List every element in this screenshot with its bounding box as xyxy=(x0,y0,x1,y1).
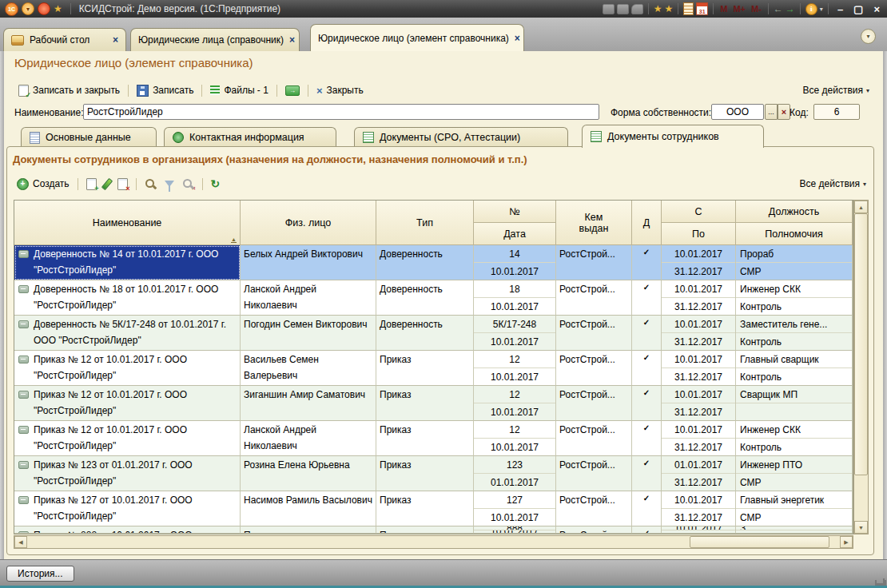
cell-type[interactable]: Приказ xyxy=(376,351,474,386)
cell-person[interactable]: Погодин Семен Викторович xyxy=(241,316,376,351)
table-row[interactable]: Приказ № 888 от 10.01.2017 г. ООО Попов.… xyxy=(14,526,853,534)
cell-position-authority[interactable]: Инженер ПТО СМР xyxy=(736,456,853,491)
save-button[interactable]: Записать xyxy=(133,84,197,97)
cell-name[interactable]: Доверенность № 14 от 10.01.2017 г. ООО "… xyxy=(14,245,241,280)
cell-type[interactable]: Доверенность xyxy=(376,245,474,280)
cell-number-date[interactable]: 12 10.01.2017 xyxy=(474,351,556,386)
cell-active-check[interactable]: ✓ xyxy=(632,351,662,386)
cell-active-check[interactable]: ✓ xyxy=(632,280,662,316)
delete-item-button[interactable]: × xyxy=(113,177,132,191)
name-input[interactable] xyxy=(83,104,599,120)
ownership-clear-button[interactable]: × xyxy=(778,104,790,120)
scroll-up-icon[interactable]: ▲ xyxy=(854,201,868,213)
cell-number-date[interactable]: 12 10.01.2017 xyxy=(474,421,556,456)
cell-active-check[interactable]: ✓ xyxy=(632,421,662,456)
cell-valid-period[interactable]: 10.01.2017 31.12.2017 xyxy=(662,351,736,386)
cell-number-date[interactable]: 888 10.01.2017 xyxy=(474,526,556,534)
memory-recall-button[interactable]: M xyxy=(718,4,729,14)
tab-overflow-button[interactable]: ▾ xyxy=(861,29,876,44)
cell-active-check[interactable]: ✓ xyxy=(632,316,662,351)
cell-valid-period[interactable]: 01.01.2017 31.12.2017 xyxy=(662,456,736,491)
edit-item-button[interactable] xyxy=(101,177,113,191)
cell-number-date[interactable]: 18 10.01.2017 xyxy=(474,280,556,316)
cell-position-authority[interactable]: Заместитель гене... Контроль xyxy=(736,316,853,351)
cell-issued-by[interactable]: РостСтрой... xyxy=(556,351,632,386)
scroll-right-icon[interactable]: ▶ xyxy=(840,536,853,548)
cell-person[interactable]: Насимов Рамиль Васылович xyxy=(241,491,376,526)
column-header-name[interactable]: Наименование ▲ xyxy=(14,201,241,245)
1c-logo-icon[interactable]: 1С xyxy=(5,2,18,16)
files-button[interactable]: Файлы - 1 xyxy=(206,84,272,97)
table-row[interactable]: Приказ № 123 от 01.01.2017 г. ООО "РостС… xyxy=(14,456,853,491)
column-header-number[interactable]: № xyxy=(474,201,556,223)
cell-valid-period[interactable]: 10.01.2017 31.12.2017 xyxy=(662,245,736,280)
close-tab-icon[interactable]: × xyxy=(113,34,118,46)
column-header-person[interactable]: Физ. лицо xyxy=(241,201,376,245)
inner-tab-main-data[interactable]: Основные данные xyxy=(21,127,157,147)
cell-valid-period[interactable]: 10.01.2017 31.12.2017 xyxy=(662,316,736,351)
cell-issued-by[interactable]: РостСтрой... xyxy=(556,316,632,351)
column-header-to[interactable]: По xyxy=(662,223,736,245)
cell-number-date[interactable]: 5К/17-248 10.01.2017 xyxy=(474,316,556,351)
horizontal-scrollbar[interactable]: ◀ ▶ xyxy=(14,535,853,549)
column-header-type[interactable]: Тип xyxy=(376,201,474,245)
cell-name[interactable]: Приказ № 12 от 10.01.2017 г. ООО "РостСт… xyxy=(14,386,241,421)
cell-person[interactable]: Попов... xyxy=(241,526,376,534)
scroll-left-icon[interactable]: ◀ xyxy=(14,536,27,548)
add-favorite-icon[interactable]: ★ xyxy=(654,4,662,14)
calendar-icon[interactable]: 31 xyxy=(696,2,708,15)
inner-tab-contact-info[interactable]: Контактная информация xyxy=(164,127,336,147)
cell-name[interactable]: Приказ № 123 от 01.01.2017 г. ООО "РостС… xyxy=(14,456,241,491)
cell-active-check[interactable]: ✓ xyxy=(632,491,662,526)
ownership-select-button[interactable]: ... xyxy=(765,104,778,120)
column-header-from[interactable]: С xyxy=(662,201,736,223)
cell-type[interactable]: Приказ xyxy=(376,421,474,456)
minimize-button[interactable]: – xyxy=(833,3,847,15)
create-button[interactable]: + Создать xyxy=(13,177,74,191)
cell-issued-by[interactable]: РостСтрой... xyxy=(556,421,632,456)
cell-name[interactable]: Приказ № 12 от 10.01.2017 г. ООО "РостСт… xyxy=(14,421,241,456)
cell-person[interactable]: Ланской Андрей Николаевич xyxy=(241,421,376,456)
cell-person[interactable]: Васильев Семен Валерьевич xyxy=(241,351,376,386)
resize-grip[interactable] xyxy=(877,577,883,583)
cell-active-check[interactable]: ✓ xyxy=(632,456,662,491)
cell-name[interactable]: Приказ № 888 от 10.01.2017 г. ООО xyxy=(14,526,241,534)
cell-issued-by[interactable]: РостСтрой... xyxy=(556,245,632,280)
maximize-button[interactable]: ▢ xyxy=(849,3,867,15)
cell-person[interactable]: Ланской Андрей Николаевич xyxy=(241,280,376,316)
calculator-icon[interactable] xyxy=(683,2,694,15)
column-header-position[interactable]: Должность xyxy=(736,201,853,223)
inner-tab-employee-documents[interactable]: Документы сотрудников xyxy=(582,125,764,148)
tab-legal-entities-list[interactable]: Юридические лица (справочник) × xyxy=(130,28,300,51)
cell-valid-period[interactable]: 10.01.2017 31.12.2017 xyxy=(662,491,736,526)
find-button[interactable] xyxy=(141,177,161,191)
cell-position-authority[interactable]: Главный сварщик Контроль xyxy=(736,351,853,386)
history-button[interactable]: История... xyxy=(6,566,74,582)
cell-type[interactable]: Приказ xyxy=(376,386,474,421)
cell-issued-by[interactable]: РостСтрой... xyxy=(556,280,632,316)
history-forward-icon[interactable]: → xyxy=(786,3,795,14)
close-tab-icon[interactable]: × xyxy=(289,34,295,46)
cell-name[interactable]: Доверенность № 18 от 10.01.2017 г. ООО "… xyxy=(14,280,241,316)
list-all-actions-button[interactable]: Все действия ▾ xyxy=(800,178,866,189)
table-row[interactable]: Приказ № 127 от 10.01.2017 г. ООО "РостС… xyxy=(14,491,853,526)
cell-number-date[interactable]: 14 10.01.2017 xyxy=(474,245,556,280)
cell-position-authority[interactable]: З... xyxy=(736,526,853,534)
ownership-input[interactable] xyxy=(711,104,764,120)
cell-issued-by[interactable]: РостСтрой... xyxy=(556,491,632,526)
cell-name[interactable]: Доверенность № 5К/17-248 от 10.01.2017 г… xyxy=(14,316,241,351)
cell-valid-period[interactable]: 10.01.2017 31.12.2017 xyxy=(662,386,736,421)
record-circle-icon[interactable] xyxy=(38,2,50,15)
info-chevron-icon[interactable]: ▾ xyxy=(820,6,823,13)
memory-plus-button[interactable]: M+ xyxy=(731,4,747,14)
cell-number-date[interactable]: 123 01.01.2017 xyxy=(474,456,556,491)
history-back-icon[interactable]: ← xyxy=(774,3,783,14)
mail-forward-button[interactable]: → xyxy=(281,85,304,97)
table-row[interactable]: Приказ № 12 от 10.01.2017 г. ООО "РостСт… xyxy=(14,351,853,386)
table-row[interactable]: Доверенность № 18 от 10.01.2017 г. ООО "… xyxy=(14,280,853,316)
cell-person[interactable]: Зиганшин Амир Саматович xyxy=(241,386,376,421)
column-header-d[interactable]: Д xyxy=(632,201,662,245)
tab-desktop[interactable]: Рабочий стол × xyxy=(3,28,126,51)
cell-position-authority[interactable]: Сварщик МП xyxy=(736,386,853,421)
cell-number-date[interactable]: 127 10.01.2017 xyxy=(474,491,556,526)
